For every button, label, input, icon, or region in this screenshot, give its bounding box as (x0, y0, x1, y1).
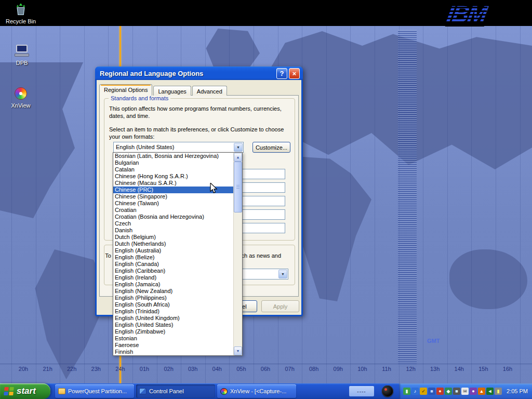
taskbar-task[interactable]: PowerQuest Partition... (55, 384, 134, 398)
xnview-icon (13, 86, 29, 101)
taskbar-app-icon[interactable] (382, 385, 393, 397)
timezone-hour-label: 16h (500, 366, 515, 372)
taskbar-deskband[interactable]: ---- (349, 386, 374, 396)
taskbar-clock[interactable]: 2:05 PM (503, 388, 528, 394)
timezone-hour-label: 10h (354, 366, 370, 372)
language-option[interactable]: Estonian (113, 335, 233, 342)
language-list: Bosnian (Latin, Bosnia and Herzegovina)B… (113, 152, 243, 356)
timezone-hour-label: 21h (40, 366, 56, 372)
volume-icon[interactable]: ♪ (411, 388, 419, 395)
tab-advanced[interactable]: Advanced (192, 86, 227, 96)
firewall-icon[interactable]: ● (436, 388, 444, 395)
task-label: PowerQuest Partition... (68, 388, 127, 394)
gmt-label: GMT (427, 338, 440, 344)
taskbar-task[interactable]: Control Panel (136, 384, 215, 398)
language-option[interactable]: Danish (113, 227, 233, 234)
graphics-icon[interactable]: ▲ (478, 388, 485, 395)
desktop-icon-recycle-bin[interactable]: Recycle Bin (4, 2, 37, 24)
timezone-hour-label: 22h (64, 366, 79, 372)
language-option[interactable]: Faeroese (113, 342, 233, 349)
usb-icon[interactable]: ▮ (403, 388, 410, 395)
timezone-hour-label: 12h (403, 366, 419, 372)
language-option[interactable]: English (Caribbean) (113, 268, 233, 274)
language-option[interactable]: English (New Zealand) (113, 288, 233, 295)
chevron-down-icon[interactable]: ▼ (234, 143, 243, 152)
apply-button[interactable]: Apply (261, 300, 299, 312)
language-option[interactable]: Catalan (113, 166, 233, 173)
hour-labels: 20h21h22h23h24h01h02h03h04h05h06h07h08h0… (0, 366, 532, 373)
standards-description: This option affects how some programs fo… (109, 105, 290, 119)
network-icon[interactable]: ■ (428, 388, 435, 395)
antivirus-icon[interactable]: ✓ (420, 388, 427, 395)
language-option[interactable]: Chinese (Hong Kong S.A.R.) (113, 173, 233, 180)
timezone-hour-label: 01h (137, 366, 152, 372)
language-list-scrollbar[interactable]: ▲ ▼ (233, 153, 242, 355)
timezone-hour-label: 03h (185, 366, 201, 372)
windows-flag-icon (4, 387, 14, 395)
dialog-title: Regional and Language Options (98, 70, 275, 77)
customize-button[interactable]: Customize... (252, 142, 290, 153)
tab-languages[interactable]: Languages (153, 86, 191, 96)
language-option[interactable]: Dutch (Belgium) (113, 234, 233, 241)
language-option[interactable]: English (South Africa) (113, 301, 233, 308)
scheduler-icon[interactable]: ● (470, 388, 477, 395)
format-combobox[interactable]: English (United States) ▼ (113, 142, 244, 153)
mouse-cursor (210, 183, 218, 196)
taskbar-task[interactable]: XnView - [<Capture-... (217, 384, 296, 398)
mail-icon[interactable]: ✉ (461, 388, 469, 395)
language-option[interactable]: English (United Kingdom) (113, 315, 233, 322)
help-button[interactable]: ? (276, 68, 287, 79)
language-option[interactable]: Dutch (Netherlands) (113, 241, 233, 247)
language-option[interactable]: Bosnian (Latin, Bosnia and Herzegovina) (113, 153, 233, 159)
timezone-hour-label: 15h (475, 366, 491, 372)
desktop-icon-dpb[interactable]: DPB (5, 44, 38, 66)
timezone-hour-label: 05h (233, 366, 249, 372)
timezone-hour-label: 08h (306, 366, 322, 372)
battery-icon[interactable]: ▮ (495, 388, 502, 395)
display-icon[interactable]: ■ (453, 388, 460, 395)
chevron-down-icon[interactable]: ▼ (278, 270, 287, 278)
language-option[interactable]: English (Zimbabwe) (113, 328, 233, 335)
language-option[interactable]: English (United States) (113, 322, 233, 328)
scroll-up-button[interactable]: ▲ (234, 153, 242, 162)
language-option[interactable]: Chinese (Taiwan) (113, 200, 233, 207)
hour-axis-line (0, 364, 532, 364)
task-label: XnView - [<Capture-... (230, 388, 286, 394)
scroll-down-button[interactable]: ▼ (234, 347, 242, 355)
start-button[interactable]: start (0, 383, 50, 399)
tab-regional-options[interactable]: Regional Options (99, 84, 152, 96)
language-option[interactable]: English (Belize) (113, 254, 233, 261)
language-option[interactable]: Finnish (113, 349, 233, 355)
update-icon[interactable]: ◆ (445, 388, 452, 395)
tray-icons: ▮♪✓■●◆■✉●▲◄▮ (403, 388, 503, 395)
close-button[interactable]: × (289, 68, 300, 79)
language-option[interactable]: Bulgarian (113, 159, 233, 166)
taskbar: start PowerQuest Partition...Control Pan… (0, 383, 532, 399)
language-option[interactable]: English (Ireland) (113, 274, 233, 281)
language-option[interactable]: Croatian (Bosnia and Herzegovina) (113, 214, 233, 220)
dialog-titlebar[interactable]: Regional and Language Options ? × (95, 66, 303, 80)
language-option[interactable]: English (Trinidad) (113, 308, 233, 315)
world-map-shape (0, 62, 83, 218)
system-tray: ▮♪✓■●◆■✉●▲◄▮ 2:05 PM (399, 383, 532, 399)
language-option[interactable]: Croatian (113, 207, 233, 214)
timezone-hour-label: 20h (16, 366, 31, 372)
laptop-icon (14, 44, 30, 58)
format-combobox-value: English (United States) (116, 144, 233, 150)
language-option[interactable]: English (Jamaica) (113, 281, 233, 288)
dialog-tabs: Regional Options Languages Advanced (99, 84, 228, 96)
desktop-screen: 20h21h22h23h24h01h02h03h04h05h06h07h08h0… (0, 0, 532, 399)
messenger-icon[interactable]: ◄ (486, 388, 494, 395)
scrollbar-thumb[interactable] (234, 162, 242, 212)
timezone-hour-label: 14h (451, 366, 467, 372)
desktop-icon-xnview[interactable]: XnView (4, 86, 37, 109)
language-option[interactable]: English (Philippines) (113, 295, 233, 301)
language-option[interactable]: English (Australia) (113, 247, 233, 254)
taskbar-tasks: PowerQuest Partition...Control PanelXnVi… (55, 384, 296, 398)
language-option[interactable]: English (Canada) (113, 261, 233, 268)
timezone-hour-label: 24h (112, 366, 128, 372)
language-option[interactable]: Czech (113, 220, 233, 227)
recycle-bin-icon (13, 2, 29, 17)
timezone-hour-label: 02h (161, 366, 177, 372)
timezone-hour-label: 04h (209, 366, 225, 372)
